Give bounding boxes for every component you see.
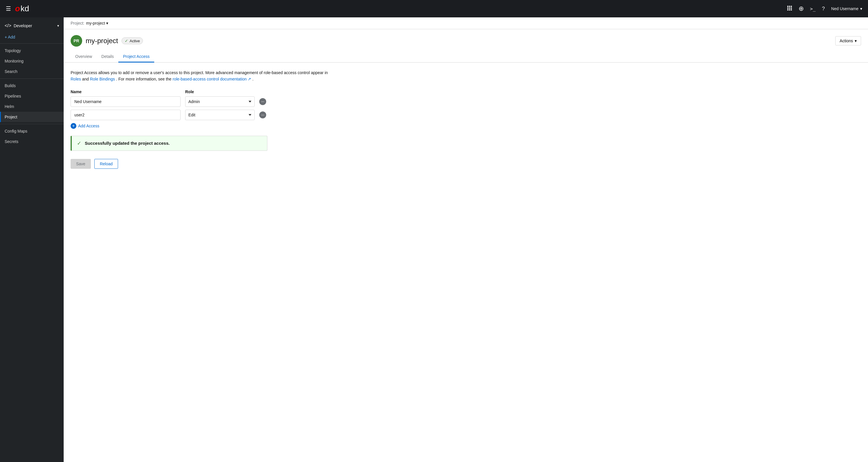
svg-rect-8 bbox=[791, 9, 792, 10]
role-select-2[interactable]: Admin Edit View bbox=[185, 110, 255, 120]
topnav: ☰ okd ⊕ >_ ? Ned Username ▾ bbox=[0, 0, 868, 18]
breadcrumb-project-name: my-project bbox=[86, 21, 105, 26]
logo-o: o bbox=[15, 4, 20, 13]
form-labels: Name Role bbox=[71, 89, 861, 94]
sidebar-item-pipelines[interactable]: Pipelines bbox=[0, 91, 64, 101]
add-icon[interactable]: ⊕ bbox=[799, 5, 804, 12]
hamburger-menu[interactable]: ☰ bbox=[6, 5, 11, 12]
remove-row-2-button[interactable] bbox=[259, 111, 266, 118]
actions-chevron-icon: ▾ bbox=[855, 38, 857, 43]
svg-rect-6 bbox=[787, 9, 788, 10]
status-active-icon: ✓ bbox=[125, 38, 128, 43]
sidebar-item-secrets[interactable]: Secrets bbox=[0, 136, 64, 147]
tabs: Overview Details Project Access bbox=[64, 51, 868, 62]
role-bindings-link[interactable]: Role Bindings bbox=[90, 77, 115, 81]
add-access-label: Add Access bbox=[78, 124, 99, 128]
sidebar: </> Developer ▾ + Add Topology Monitorin… bbox=[0, 18, 64, 462]
sidebar-add-button[interactable]: + Add bbox=[0, 32, 64, 42]
main-content: Project: my-project ▾ PR my-project ✓ Ac… bbox=[64, 18, 868, 462]
page-title: my-project bbox=[86, 37, 118, 45]
sidebar-item-topology[interactable]: Topology bbox=[0, 46, 64, 56]
sidebar-item-search[interactable]: Search bbox=[0, 66, 64, 77]
content-area: Project Access allows you to add or remo… bbox=[64, 62, 868, 176]
logo: okd bbox=[15, 4, 29, 13]
user-menu[interactable]: Ned Username ▾ bbox=[831, 6, 862, 11]
breadcrumb-chevron-icon: ▾ bbox=[106, 21, 108, 26]
reload-button[interactable]: Reload bbox=[94, 159, 118, 169]
sidebar-item-builds[interactable]: Builds bbox=[0, 81, 64, 91]
name-column-label: Name bbox=[71, 89, 181, 94]
topnav-right: ⊕ >_ ? Ned Username ▾ bbox=[787, 5, 862, 12]
success-check-icon: ✓ bbox=[77, 140, 81, 146]
help-icon[interactable]: ? bbox=[822, 6, 825, 12]
terminal-icon[interactable]: >_ bbox=[810, 6, 816, 11]
page-header-left: PR my-project ✓ Active bbox=[71, 35, 143, 47]
svg-rect-5 bbox=[791, 7, 792, 9]
rbac-suffix: . bbox=[252, 77, 253, 81]
breadcrumb-project[interactable]: my-project ▾ bbox=[86, 21, 108, 26]
more-info-text: . For more information, see the bbox=[116, 77, 171, 81]
access-row-1: Admin Edit View bbox=[71, 96, 861, 107]
role-select-1[interactable]: Admin Edit View bbox=[185, 96, 255, 107]
breadcrumb: Project: my-project ▾ bbox=[64, 18, 868, 29]
svg-rect-4 bbox=[789, 7, 790, 9]
sidebar-item-configmaps[interactable]: Config Maps bbox=[0, 126, 64, 136]
name-input-1[interactable] bbox=[71, 96, 181, 107]
and-text: and bbox=[82, 77, 90, 81]
description-text: Project Access allows you to add or remo… bbox=[71, 70, 328, 75]
sidebar-item-helm[interactable]: Helm bbox=[0, 101, 64, 112]
user-chevron-icon: ▾ bbox=[860, 6, 862, 11]
breadcrumb-label: Project: bbox=[71, 21, 84, 26]
sidebar-divider bbox=[0, 44, 64, 44]
roles-link[interactable]: Roles bbox=[71, 77, 81, 81]
project-avatar: PR bbox=[71, 35, 82, 47]
add-access-button[interactable]: + Add Access bbox=[71, 123, 861, 129]
success-message: Successfully updated the project access. bbox=[85, 141, 169, 146]
tab-project-access[interactable]: Project Access bbox=[118, 51, 154, 62]
svg-rect-3 bbox=[787, 7, 788, 9]
status-text: Active bbox=[130, 39, 140, 43]
tab-details[interactable]: Details bbox=[97, 51, 118, 62]
developer-icon: </> bbox=[5, 23, 11, 28]
status-badge: ✓ Active bbox=[122, 37, 143, 44]
svg-rect-0 bbox=[787, 6, 788, 7]
add-access-plus-icon: + bbox=[71, 123, 76, 129]
sidebar-mode[interactable]: </> Developer ▾ bbox=[0, 20, 64, 32]
page-header: PR my-project ✓ Active Actions ▾ bbox=[64, 29, 868, 47]
sidebar-mode-label: Developer bbox=[13, 24, 32, 28]
svg-rect-7 bbox=[789, 9, 790, 10]
svg-rect-2 bbox=[791, 6, 792, 7]
sidebar-divider-3 bbox=[0, 124, 64, 124]
form-actions: Save Reload bbox=[71, 159, 861, 169]
grid-icon[interactable] bbox=[787, 5, 792, 12]
description: Project Access allows you to add or remo… bbox=[71, 69, 331, 83]
save-button[interactable]: Save bbox=[71, 159, 91, 169]
name-input-2[interactable] bbox=[71, 110, 181, 120]
role-column-label: Role bbox=[185, 89, 255, 94]
access-row-2: Admin Edit View bbox=[71, 110, 861, 120]
sidebar-item-project[interactable]: Project bbox=[0, 112, 64, 122]
logo-kd: kd bbox=[21, 4, 29, 13]
username-label: Ned Username bbox=[831, 6, 859, 11]
rbac-doc-link[interactable]: role-based-access control documentation … bbox=[173, 77, 251, 81]
actions-button[interactable]: Actions ▾ bbox=[835, 36, 861, 46]
sidebar-item-monitoring[interactable]: Monitoring bbox=[0, 56, 64, 66]
tab-overview[interactable]: Overview bbox=[71, 51, 97, 62]
success-alert: ✓ Successfully updated the project acces… bbox=[71, 136, 267, 151]
svg-rect-1 bbox=[789, 6, 790, 7]
remove-row-1-button[interactable] bbox=[259, 98, 266, 105]
actions-label: Actions bbox=[840, 38, 853, 43]
mode-chevron-icon: ▾ bbox=[57, 24, 59, 28]
